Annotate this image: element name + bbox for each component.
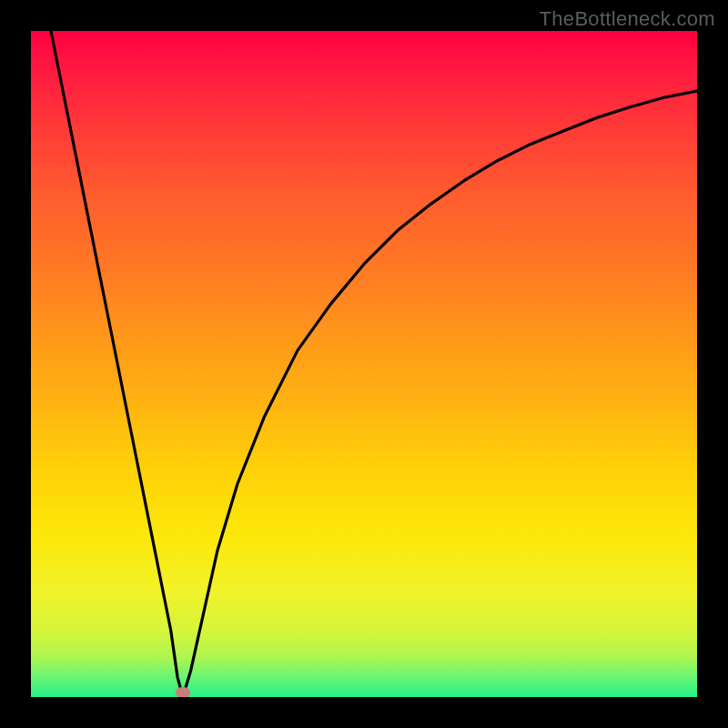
watermark-text: TheBottleneck.com: [540, 7, 715, 31]
chart-frame: TheBottleneck.com: [0, 0, 728, 728]
plot-area: [31, 31, 697, 697]
optimal-point-marker: [176, 687, 190, 697]
bottleneck-curve: [31, 31, 697, 697]
